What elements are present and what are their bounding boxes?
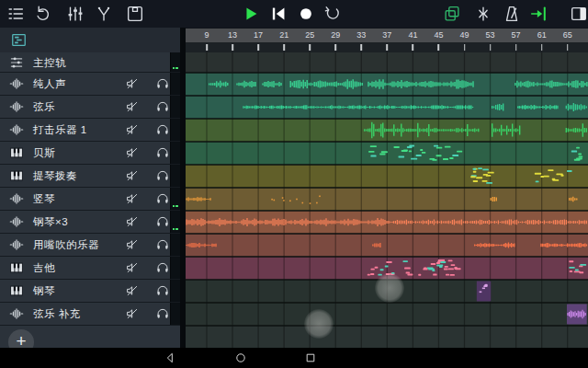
- mute-button[interactable]: [125, 76, 140, 91]
- solo-button[interactable]: [155, 122, 170, 137]
- midi-note[interactable]: [432, 159, 436, 161]
- midi-note[interactable]: [386, 261, 391, 263]
- track-row-2[interactable]: 弦乐: [0, 96, 180, 119]
- midi-note[interactable]: [378, 274, 381, 276]
- midi-note[interactable]: [437, 261, 441, 263]
- midi-note[interactable]: [427, 267, 434, 269]
- midi-note[interactable]: [548, 169, 553, 171]
- midi-note[interactable]: [381, 151, 388, 153]
- midi-note[interactable]: [432, 270, 435, 271]
- menu-icon[interactable]: [6, 4, 26, 24]
- track-row-1[interactable]: 纯人声: [0, 73, 180, 96]
- solo-button[interactable]: [155, 99, 170, 114]
- midi-note[interactable]: [540, 176, 544, 178]
- midi-note[interactable]: [571, 151, 577, 153]
- midi-note[interactable]: [380, 269, 384, 270]
- midi-note[interactable]: [569, 267, 574, 269]
- midi-note[interactable]: [473, 171, 477, 173]
- midi-note[interactable]: [579, 271, 583, 273]
- track-row-7[interactable]: 钢琴×3: [0, 211, 180, 234]
- midi-note[interactable]: [473, 180, 478, 182]
- midi-note[interactable]: [580, 264, 586, 266]
- midi-note[interactable]: [386, 273, 390, 275]
- midi-note[interactable]: [399, 156, 405, 158]
- midi-note[interactable]: [394, 146, 400, 148]
- track-row-8[interactable]: 用嘴吹的乐器: [0, 234, 180, 257]
- mute-button[interactable]: [125, 122, 140, 137]
- midi-note[interactable]: [418, 274, 421, 276]
- midi-note[interactable]: [433, 274, 436, 276]
- midi-note[interactable]: [436, 155, 442, 156]
- midi-note[interactable]: [457, 151, 462, 153]
- midi-note[interactable]: [416, 155, 422, 156]
- midi-note[interactable]: [579, 156, 583, 158]
- solo-button[interactable]: [155, 214, 170, 229]
- midi-note[interactable]: [370, 155, 376, 157]
- midi-note[interactable]: [409, 150, 412, 152]
- midi-note[interactable]: [436, 147, 443, 149]
- skip-start-icon[interactable]: [268, 4, 288, 24]
- edit-tool-icon[interactable]: [94, 4, 114, 24]
- record-icon[interactable]: [296, 4, 316, 24]
- midi-note[interactable]: [379, 154, 385, 155]
- playlist-icon[interactable]: [10, 31, 28, 49]
- arrangement-grid[interactable]: [186, 52, 588, 348]
- midi-note[interactable]: [440, 261, 446, 263]
- midi-note[interactable]: [445, 266, 448, 268]
- midi-note[interactable]: [407, 274, 413, 276]
- midi-note[interactable]: [368, 151, 374, 153]
- midi-note[interactable]: [411, 158, 417, 160]
- midi-note[interactable]: [404, 268, 411, 270]
- solo-button[interactable]: [155, 237, 170, 252]
- mute-button[interactable]: [125, 99, 140, 114]
- mute-button[interactable]: [125, 260, 140, 275]
- mute-button[interactable]: [125, 145, 140, 160]
- midi-note[interactable]: [370, 273, 374, 275]
- midi-note[interactable]: [406, 272, 410, 274]
- midi-note[interactable]: [371, 269, 375, 270]
- undo-icon[interactable]: [33, 4, 53, 24]
- midi-note[interactable]: [574, 159, 581, 161]
- solo-button[interactable]: [155, 306, 170, 321]
- track-row-10[interactable]: 钢琴: [0, 280, 180, 303]
- midi-note[interactable]: [424, 268, 427, 270]
- midi-note[interactable]: [450, 274, 455, 276]
- midi-note[interactable]: [544, 176, 549, 178]
- midi-note[interactable]: [482, 168, 489, 170]
- back-icon[interactable]: [163, 351, 177, 365]
- metronome-icon[interactable]: [502, 4, 522, 24]
- midi-note[interactable]: [478, 167, 482, 169]
- track-row-master[interactable]: 主控轨: [0, 52, 180, 73]
- midi-note[interactable]: [375, 267, 379, 269]
- midi-note[interactable]: [403, 260, 408, 262]
- midi-note[interactable]: [575, 270, 579, 271]
- recents-icon[interactable]: [303, 351, 318, 365]
- midi-note[interactable]: [391, 272, 394, 274]
- midi-note[interactable]: [448, 259, 453, 261]
- midi-note[interactable]: [486, 182, 492, 184]
- save-icon[interactable]: [125, 4, 145, 24]
- loop-icon[interactable]: [322, 4, 343, 24]
- pattern-clip[interactable]: [477, 282, 491, 302]
- midi-note[interactable]: [448, 268, 454, 270]
- midi-note[interactable]: [482, 180, 488, 182]
- timeline-ruler[interactable]: 91317212529333741454953576165: [186, 29, 588, 42]
- midi-note[interactable]: [535, 173, 542, 175]
- solo-button[interactable]: [155, 283, 170, 298]
- mute-button[interactable]: [125, 214, 140, 229]
- midi-note[interactable]: [438, 259, 445, 261]
- midi-note[interactable]: [370, 145, 377, 147]
- midi-note[interactable]: [445, 146, 451, 148]
- midi-note[interactable]: [446, 274, 449, 276]
- midi-note[interactable]: [473, 168, 477, 170]
- snap-icon[interactable]: [473, 4, 493, 24]
- solo-button[interactable]: [155, 76, 170, 91]
- midi-note[interactable]: [569, 260, 573, 262]
- follow-playhead-icon[interactable]: [528, 4, 548, 24]
- midi-note[interactable]: [385, 266, 389, 268]
- midi-note[interactable]: [578, 154, 582, 155]
- midi-note[interactable]: [454, 267, 457, 269]
- midi-note[interactable]: [420, 149, 423, 151]
- midi-note[interactable]: [434, 145, 438, 147]
- mute-button[interactable]: [125, 306, 140, 321]
